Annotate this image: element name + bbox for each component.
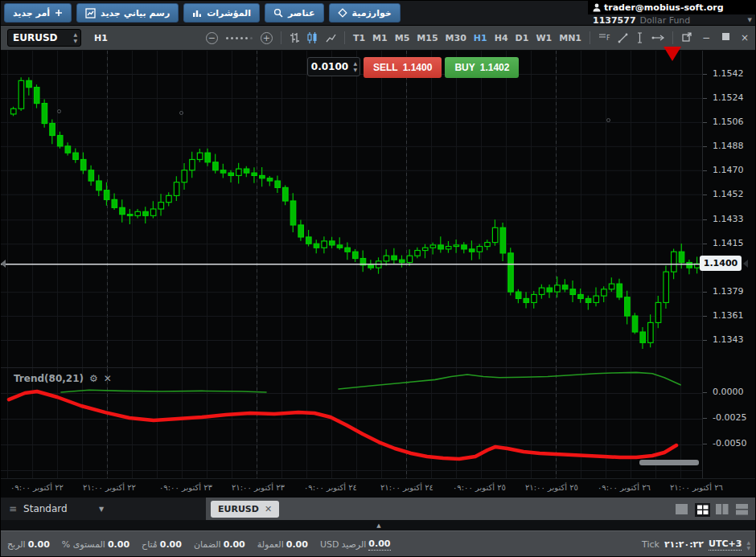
symbol-spinner-icon[interactable]: ▲▼ xyxy=(73,31,77,44)
volume-spinner-icon[interactable]: ▲▼ xyxy=(353,60,357,73)
panel-collapse-strip[interactable]: ▲ xyxy=(1,520,756,530)
zoom-in-button[interactable]: + xyxy=(261,32,273,44)
date-label: ٢٣ أكتوبر ٠٩:٠٠ xyxy=(159,483,212,492)
new-chart-button[interactable]: رسم بياني جديد xyxy=(76,3,179,23)
indicators-button[interactable]: المؤشرات xyxy=(183,3,260,23)
account-email: trader@mobius-soft.org xyxy=(604,2,724,13)
layout-grid-2x2-icon[interactable] xyxy=(695,503,709,515)
timeframe-m15[interactable]: M15 xyxy=(417,33,438,43)
line-chart-icon[interactable] xyxy=(326,33,336,43)
balance-item: USD الرصيد 0.00 xyxy=(320,539,391,551)
status-item-value: 0.00 xyxy=(286,539,308,550)
timeframe-h4[interactable]: H4 xyxy=(495,33,508,43)
date-label: ٢٥ أكتوبر ٠٩:٠٠ xyxy=(453,483,506,492)
plus-icon xyxy=(55,9,63,17)
indicator-subwindow[interactable]: Trend(80,21) ⚙ ✕ xyxy=(1,367,702,478)
timeframe-m1[interactable]: M1 xyxy=(372,33,388,43)
buy-price: 1.1402 xyxy=(480,62,510,73)
status-item: العمولة0.00 xyxy=(257,539,308,550)
date-axis[interactable]: ٢٢ أكتوبر ٠٩:٠٠٢٢ أكتوبر ٢١:٠٠٢٣ أكتوبر … xyxy=(1,478,756,498)
buy-button[interactable]: BUY 1.1402 xyxy=(445,57,519,78)
status-item-value: 0.00 xyxy=(224,539,245,550)
indicator-close-icon[interactable]: ✕ xyxy=(104,373,112,384)
maximize-window-icon[interactable] xyxy=(720,32,731,43)
titlebar: أمر جديدرسم بياني جديدالمؤشراتعناصرخوارز… xyxy=(1,1,756,26)
popout-window-icon[interactable] xyxy=(681,32,692,44)
axis-label-1.1506: 1.1506 xyxy=(713,117,744,127)
ohlc-bars-chart-icon[interactable] xyxy=(290,32,299,43)
indicator-title: Trend(80,21) xyxy=(14,373,84,384)
event-mark-icon xyxy=(57,109,61,113)
close-window-icon[interactable]: × xyxy=(739,32,750,43)
status-item-label: الضمان xyxy=(194,539,221,550)
tab-close-icon[interactable]: ✕ xyxy=(265,504,272,514)
layout-rows-icon[interactable] xyxy=(735,503,749,515)
status-item-label: العمولة xyxy=(257,539,284,550)
tab-eurusd[interactable]: EURUSD ✕ xyxy=(211,501,279,518)
symbol-select[interactable]: EURUSD ▲▼ xyxy=(7,29,81,47)
algorithm-button[interactable]: خوارزمية xyxy=(329,3,401,23)
chart-tab-bar: ≡ Standard ▼ EURUSD ✕ xyxy=(1,498,756,520)
minimize-window-icon[interactable]: − xyxy=(701,32,712,43)
button-label: المؤشرات xyxy=(207,8,251,18)
zoom-level-dots[interactable] xyxy=(226,37,253,39)
magnifier-icon xyxy=(273,8,283,18)
menu-icon: ≡ xyxy=(9,503,17,514)
objects-button[interactable]: عناصر xyxy=(265,3,324,23)
axis-label-1.1488: 1.1488 xyxy=(713,141,744,151)
date-label: ٢٤ أكتوبر ٢١:٠٠ xyxy=(380,483,433,492)
horizontal-scrollbar-thumb[interactable] xyxy=(639,460,699,465)
timeframe-m5[interactable]: M5 xyxy=(395,33,410,43)
account-number: 1137577 xyxy=(593,15,636,26)
timeframe-h1[interactable]: H1 xyxy=(474,33,487,43)
account-caret-icon[interactable]: ▼ xyxy=(748,17,752,23)
indicator-title-row: Trend(80,21) ⚙ ✕ xyxy=(14,373,112,384)
layout-single-icon[interactable] xyxy=(675,503,688,515)
account-selector[interactable]: 1137577 Dollar Fund ▼ xyxy=(588,14,756,26)
timeframe-m30[interactable]: M30 xyxy=(446,33,466,43)
account-panel[interactable]: trader@mobius-soft.org 1137577 Dollar Fu… xyxy=(588,1,756,26)
server-time: ٢١:٢٠:٢٢ xyxy=(664,539,704,550)
profile-select[interactable]: ≡ Standard ▼ xyxy=(1,498,206,520)
sell-button[interactable]: SELL 1.1400 xyxy=(364,57,442,78)
zoom-out-button[interactable]: − xyxy=(206,32,218,44)
axis-label-1.1524: 1.1524 xyxy=(713,92,744,103)
trendline-tool-icon[interactable] xyxy=(618,33,628,43)
axis-label-1.1542: 1.1542 xyxy=(713,68,744,79)
date-label: ٢٥ أكتوبر ٢١:٠٠ xyxy=(525,483,578,492)
balance-currency: USD xyxy=(320,539,339,550)
candlestick-chart-canvas[interactable]: 0.0100 ▲▼ SELL 1.1400 BUY 1.1402 xyxy=(1,51,702,367)
timeframe-t1[interactable]: T1 xyxy=(353,33,365,43)
quotes-panel-icon[interactable]: F xyxy=(598,33,610,43)
volume-value: 0.0100 xyxy=(311,61,348,72)
timeframe-mn1[interactable]: MN1 xyxy=(559,33,581,43)
current-price-arrow-icon xyxy=(743,260,748,268)
tab-label: EURUSD xyxy=(218,504,259,514)
axis-label-1.1470: 1.1470 xyxy=(713,165,744,175)
titlebar-buttons: أمر جديدرسم بياني جديدالمؤشراتعناصرخوارز… xyxy=(4,3,405,23)
timeframe-d1[interactable]: D1 xyxy=(516,33,529,43)
status-item: الضمان0.00 xyxy=(194,539,245,550)
candlestick-chart-icon[interactable] xyxy=(307,32,318,43)
status-item: مُتاح0.00 xyxy=(142,539,182,550)
bar-chart-icon xyxy=(192,8,202,18)
volume-input[interactable]: 0.0100 ▲▼ xyxy=(307,57,360,76)
layout-columns-icon[interactable] xyxy=(715,503,729,515)
timezone[interactable]: UTC+3 xyxy=(709,539,742,551)
balance-value[interactable]: 0.00 xyxy=(368,539,390,551)
measure-tool-icon[interactable] xyxy=(651,35,664,41)
timeframe-w1[interactable]: W1 xyxy=(536,33,552,43)
timezone-stepper-icon[interactable]: ▲▼ xyxy=(746,539,750,551)
axis-label-1.1343: 1.1343 xyxy=(713,334,744,345)
date-label: ٢٤ أكتوبر ٠٩:٠٠ xyxy=(304,483,357,492)
crosshair-cursor-icon[interactable] xyxy=(636,32,643,43)
price-axis[interactable]: 1.1400 1.15421.15241.15061.14881.14701.1… xyxy=(702,51,756,478)
one-click-trade-widget: 0.0100 ▲▼ SELL 1.1400 BUY 1.1402 xyxy=(307,57,519,78)
account-metrics: الربح0.00المستوى %0.00مُتاح0.00الضمان0.0… xyxy=(7,539,320,550)
sell-price: 1.1400 xyxy=(403,62,433,73)
new-order-button[interactable]: أمر جديد xyxy=(4,3,72,23)
account-email-row[interactable]: trader@mobius-soft.org xyxy=(588,1,756,14)
collapse-arrow-icon[interactable]: ▲ xyxy=(376,522,380,529)
axis-label-1.1379: 1.1379 xyxy=(713,286,744,297)
indicator-settings-gear-icon[interactable]: ⚙ xyxy=(89,373,98,384)
